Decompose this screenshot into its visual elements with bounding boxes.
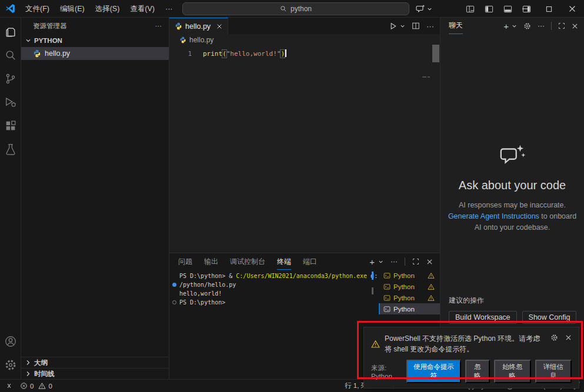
new-terminal-icon[interactable]: +	[369, 257, 375, 267]
panel-more-icon[interactable]: ···	[391, 257, 398, 266]
code-editor[interactable]: 1 print("hello,world!")	[169, 46, 440, 253]
tab-ports[interactable]: 端口	[303, 253, 317, 270]
text-cursor	[285, 49, 286, 57]
tab-problems[interactable]: 问题	[178, 253, 192, 270]
tab-chat[interactable]: 聊天	[449, 18, 463, 34]
maximize-panel-icon[interactable]	[412, 258, 419, 265]
tab-output[interactable]: 输出	[204, 253, 218, 270]
run-dropdown-chevron-icon[interactable]	[400, 24, 405, 29]
chat-dropdown-chevron-icon[interactable]	[512, 24, 517, 29]
show-config-button[interactable]: Show Config	[522, 311, 577, 324]
search-icon	[280, 5, 287, 12]
close-panel-icon[interactable]	[426, 259, 433, 265]
chat-sparkle-icon	[440, 142, 584, 169]
command-decoration-icon[interactable]	[172, 283, 176, 287]
tab-debug-console[interactable]: 调试控制台	[230, 253, 265, 270]
outline-label: 大纲	[34, 359, 48, 367]
tab-terminal[interactable]: 终端	[277, 253, 291, 270]
editor-scrollbar[interactable]	[432, 45, 439, 62]
build-workspace-button[interactable]: Build Workspace	[449, 311, 517, 324]
menu-edit[interactable]: 编辑(E)	[55, 0, 90, 18]
explorer-icon[interactable]	[0, 20, 21, 43]
split-editor-icon[interactable]	[412, 22, 420, 30]
testing-icon[interactable]	[0, 138, 21, 161]
terminal-line: /python/hello.py	[179, 281, 236, 289]
timeline-section[interactable]: 时间线	[21, 368, 169, 379]
menu-bar: 文件(F) 编辑(E) 选择(S) 查看(V) ···	[20, 0, 178, 18]
token-close-paren: )	[281, 50, 285, 58]
problems-status[interactable]: 0 0	[20, 382, 52, 390]
warning-icon	[428, 283, 435, 290]
search-sidebar-icon[interactable]	[0, 43, 21, 67]
details-button[interactable]: 详细信息	[535, 360, 572, 383]
run-file-icon[interactable]	[389, 22, 398, 31]
warning-icon	[428, 272, 435, 279]
copilot-button[interactable]	[416, 2, 432, 15]
ignore-button[interactable]: 忽略	[465, 360, 490, 383]
terminal-output[interactable]: PS D:\python> & C:/Users/WIN2021/anacond…	[169, 270, 372, 379]
accounts-icon[interactable]	[0, 330, 21, 353]
explorer-sidebar: 资源管理器 ··· PYTHON hello.py 大纲 时间线	[21, 18, 169, 379]
terminal-dropdown-chevron-icon[interactable]	[378, 259, 383, 264]
notification-settings-gear-icon[interactable]	[550, 334, 558, 341]
command-decoration-icon[interactable]	[172, 300, 176, 304]
settings-gear-icon[interactable]	[0, 353, 21, 377]
notification-close-icon[interactable]	[565, 334, 572, 341]
menu-more[interactable]: ···	[160, 0, 178, 18]
extensions-icon[interactable]	[0, 114, 21, 138]
breadcrumb[interactable]: hello.py	[169, 34, 440, 46]
chat-header: 聊天 + ···	[440, 18, 584, 34]
maximize-chat-icon[interactable]	[558, 22, 565, 29]
minimize-button[interactable]	[513, 0, 537, 18]
menu-file[interactable]: 文件(F)	[20, 0, 55, 18]
warning-icon	[428, 294, 435, 301]
folder-section-python[interactable]: PYTHON	[21, 34, 169, 47]
python-file-icon	[175, 22, 182, 30]
generate-agent-instructions-link[interactable]: Generate Agent Instructions	[448, 212, 539, 220]
explorer-more-icon[interactable]: ···	[155, 22, 162, 29]
menu-view[interactable]: 查看(V)	[125, 0, 160, 18]
customize-layout-icon[interactable]	[466, 5, 475, 14]
warning-count: 0	[48, 383, 52, 390]
remote-indicator-icon[interactable]	[5, 382, 13, 390]
terminal-list-item-selected[interactable]: Python	[379, 303, 440, 314]
terminal-list-item[interactable]: Python	[379, 281, 440, 292]
terminal-line: PS D:\python>	[179, 299, 225, 306]
outline-section[interactable]: 大纲	[21, 357, 169, 368]
notification-source: 来源: Python	[371, 364, 406, 380]
close-chat-icon[interactable]	[572, 23, 578, 29]
warning-icon	[371, 334, 380, 354]
chat-settings-gear-icon[interactable]	[523, 22, 531, 30]
tab-close-icon[interactable]	[216, 24, 222, 29]
notification-message: PowerShell 不支持激活所选 Python 环境。请考虑将 shell …	[385, 333, 547, 354]
notification-toast: PowerShell 不支持激活所选 Python 环境。请考虑将 shell …	[363, 327, 579, 388]
toggle-sidebar-left-icon[interactable]	[485, 5, 493, 14]
activity-bar	[0, 18, 21, 379]
timeline-label: 时间线	[34, 370, 55, 378]
search-box[interactable]: python	[182, 2, 409, 15]
terminal-scrollbar[interactable]	[372, 287, 373, 294]
editor-more-icon[interactable]: ···	[426, 22, 434, 31]
toggle-panel-icon[interactable]	[503, 5, 512, 14]
error-count: 0	[30, 383, 34, 390]
tab-hello-py[interactable]: hello.py	[169, 18, 228, 34]
source-control-icon[interactable]	[0, 67, 21, 91]
new-chat-icon[interactable]: +	[503, 21, 509, 31]
use-command-prompt-button[interactable]: 使用命令提示符	[406, 360, 461, 383]
terminal-list-item[interactable]: Python	[379, 270, 440, 281]
chat-more-icon[interactable]: ···	[538, 22, 545, 30]
minimap	[422, 76, 426, 78]
run-debug-icon[interactable]	[0, 91, 21, 114]
chat-disclaimer: AI responses may be inaccurate.	[447, 200, 578, 211]
always-ignore-button[interactable]: 始终忽略	[494, 360, 530, 383]
terminal-list-item[interactable]: Python	[379, 292, 440, 303]
panel-tab-bar: 问题 输出 调试控制台 终端 端口 + ···	[169, 253, 440, 270]
menu-selection[interactable]: 选择(S)	[90, 0, 125, 18]
terminal-name: Python	[393, 294, 415, 301]
vscode-logo-icon	[5, 4, 15, 14]
terminal-line: hello,world!	[179, 290, 222, 297]
close-window-button[interactable]	[560, 0, 584, 18]
file-item-hello-py[interactable]: hello.py	[21, 47, 169, 60]
line-number: 1	[169, 48, 192, 59]
maximize-button[interactable]	[537, 0, 560, 18]
